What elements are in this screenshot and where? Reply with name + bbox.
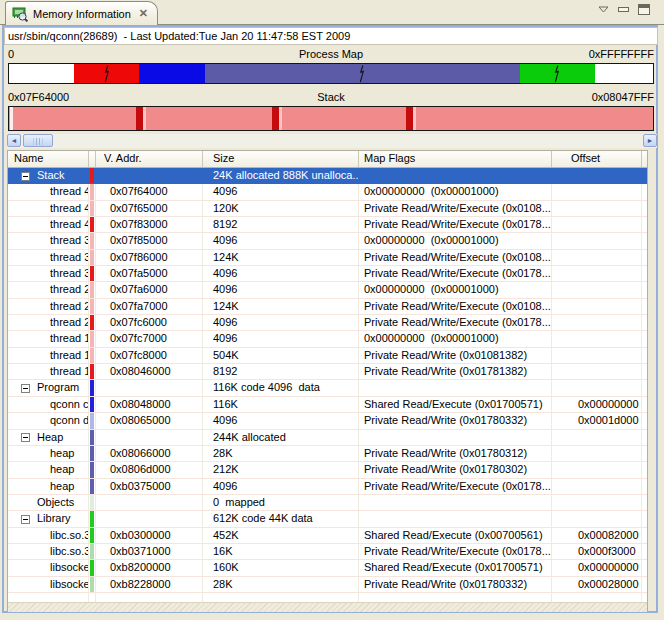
table-row[interactable]: libc.so.30xb0300000452KShared Read/Execu… [8,528,647,544]
flags-cell [359,430,552,446]
view-tab-memory-information[interactable]: Memory Information ✕ [5,1,158,25]
close-icon[interactable]: ✕ [139,7,148,20]
column-header-size[interactable]: Size [203,151,359,167]
marker-strip-cell [89,577,96,593]
map-segment[interactable] [139,64,205,83]
collapse-icon[interactable] [21,172,30,181]
vaddr-cell: 0x0806d000 [96,462,203,478]
vaddr-cell: 0x07fa5000 [96,266,203,282]
process-map-bar[interactable] [8,63,654,84]
stub-cell [642,282,648,298]
vaddr-cell: 0xb0300000 [96,528,203,544]
table-row[interactable]: qconn code0x08048000116KShared Read/Exec… [8,397,647,413]
region-color-marker [90,299,94,314]
size-cell: 0 mapped [203,495,359,511]
table-row[interactable]: thread 30x07fa50004096Private Read/Write… [8,266,647,282]
region-color-marker [90,495,94,510]
table-row[interactable]: thread 10x07fc8000504KPrivate Read/Write… [8,348,647,364]
column-header-marker-strip [89,151,96,167]
map-segment[interactable] [74,64,139,83]
stack-marker-sliver [279,107,282,130]
map-segment[interactable] [595,64,653,83]
table-row[interactable]: Stack24K allocated 888K unalloca... [8,168,647,184]
column-header-offset[interactable]: Offset [552,151,642,167]
table-row[interactable]: thread 20x07fc60004096Private Read/Write… [8,315,647,331]
stack-map-labels: 0x07F64000 Stack 0x08047FFF [8,91,654,104]
vaddr-cell: 0x07f65000 [96,201,203,217]
stub-cell [642,446,648,462]
memory-chip-magnifier-icon [12,6,28,22]
view-menu-button[interactable] [598,6,609,13]
offset-cell [552,217,642,233]
name-cell: Stack [8,168,89,184]
stub-cell [642,413,648,429]
table-row[interactable]: qconn data0x080650004096Private Read/Wri… [8,413,647,429]
region-color-marker [90,577,94,592]
h-scrollbar[interactable]: ◄ ► [7,134,657,148]
table-row[interactable]: thread 40x07f65000120KPrivate Read/Write… [8,201,647,217]
table-row[interactable]: thread 30x07f8500040960x00000000 (0x0000… [8,233,647,249]
name-cell: libsocket. [8,577,89,593]
collapse-icon[interactable] [21,515,30,524]
table-row[interactable]: thread 40x07f6400040960x00000000 (0x0000… [8,184,647,200]
table-row[interactable]: thread 40x07f830008192Private Read/Write… [8,217,647,233]
table-row[interactable]: thread 10x080460008192Private Read/Write… [8,364,647,380]
region-color-marker [90,282,94,297]
vaddr-cell: 0x07fc7000 [96,331,203,347]
size-cell: 16K [203,544,359,560]
stub-cell [642,184,648,200]
scroll-thumb[interactable] [23,134,53,147]
table-row[interactable]: libsocket.0xb822800028KPrivate Read/Writ… [8,577,647,593]
vaddr-cell [96,380,203,396]
size-cell: 4096 [203,413,359,429]
row-name-label: thread 4 [50,202,89,214]
table-row[interactable]: Objects0 mapped [8,495,647,511]
table-row[interactable]: heap0x0806600028KPrivate Read/Write (0x0… [8,446,647,462]
offset-cell: 0x00082000 [552,528,642,544]
vaddr-cell: 0x07f64000 [96,184,203,200]
lightning-bolt-icon [554,65,561,85]
table-row[interactable]: heap0x0806d000212KPrivate Read/Write (0x… [8,462,647,478]
size-cell: 4096 [203,282,359,298]
table-row[interactable]: thread 20x07fa600040960x00000000 (0x0000… [8,282,647,298]
map-segment[interactable] [205,64,520,83]
table-row[interactable]: thread 30x07f86000124KPrivate Read/Write… [8,250,647,266]
flags-cell: Private Read/Write/Execute (0x0178... [359,217,552,233]
table-row[interactable]: Program116K code 4096 data [8,380,647,396]
scroll-right-button[interactable]: ► [643,134,657,147]
name-cell: Program [8,380,89,396]
map-segment[interactable] [9,64,74,83]
maximize-button[interactable] [638,4,650,15]
table-row[interactable]: heap0xb03750004096Private Read/Write/Exe… [8,479,647,495]
column-header-flags[interactable]: Map Flags [359,151,552,167]
offset-cell [552,315,642,331]
map-segment[interactable] [520,64,595,83]
row-name-label: thread 4 [50,185,89,197]
region-color-marker [90,250,94,265]
offset-cell [552,430,642,446]
column-header-vaddr[interactable]: V. Addr. [96,151,203,167]
flags-cell: 0x00000000 (0x00001000) [359,282,552,298]
stack-map-bar[interactable] [8,106,654,131]
minimize-button[interactable] [618,7,629,12]
table-row[interactable]: Heap244K allocated [8,430,647,446]
table-row[interactable]: thread 10x07fc700040960x00000000 (0x0000… [8,331,647,347]
scroll-left-button[interactable]: ◄ [7,134,21,147]
column-header-name[interactable]: Name [8,151,89,167]
table-row[interactable]: thread 20x07fa7000124KPrivate Read/Write… [8,299,647,315]
collapse-icon[interactable] [21,433,30,442]
process-map-end-addr: 0xFFFFFFFF [589,48,654,61]
table-row[interactable]: libsocket.0xb8200000160KShared Read/Exec… [8,560,647,576]
name-cell: thread 1 [8,364,89,380]
vaddr-cell: 0x08046000 [96,364,203,380]
collapse-icon[interactable] [21,384,30,393]
offset-cell: 0x00000000 [552,397,642,413]
table-row[interactable]: libc.so.30xb037100016KPrivate Read/Write… [8,544,647,560]
offset-cell [552,266,642,282]
row-name-label: Stack [37,169,65,181]
region-color-marker [90,413,94,428]
vaddr-cell: 0x08048000 [96,397,203,413]
marker-strip-cell [89,495,96,511]
stack-marker [406,107,413,130]
table-row[interactable]: Library612K code 44K data [8,511,647,527]
